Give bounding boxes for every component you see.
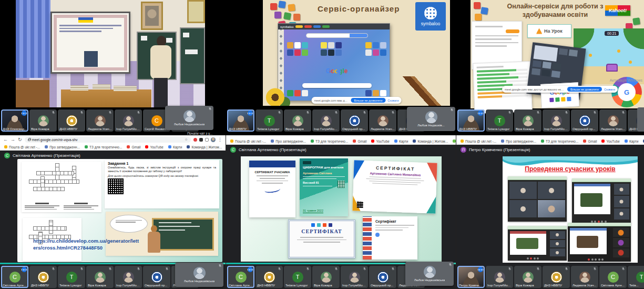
bookmark-star-icon[interactable]: ☆ xyxy=(185,137,188,142)
bookmark-item[interactable]: Про затвердженн... xyxy=(271,139,306,143)
webmix-search-bar[interactable] xyxy=(306,33,368,38)
participant-tile[interactable]: Людмила Усач... xyxy=(86,109,114,132)
participant-tile[interactable]: Віра Кожара xyxy=(29,109,57,132)
presenter-header[interactable]: П Петро Кравченко (Презентація) xyxy=(461,147,530,153)
wall-picture xyxy=(187,0,205,23)
bookmark-item[interactable]: Команда | Житом... xyxy=(413,139,448,143)
participant-tile[interactable]: Людмила Усач... xyxy=(599,109,627,132)
participant-name: Ігор Голумбйов... xyxy=(544,127,568,131)
bookmark-item[interactable]: Gmail xyxy=(353,139,366,143)
mic-off-icon xyxy=(508,111,512,114)
participant-tile[interactable]: Людмила Усач... xyxy=(369,109,396,132)
participant-tile[interactable]: Петро Кравченко xyxy=(457,266,485,288)
participant-tile[interactable]: ДНЗ НВВПУ xyxy=(543,266,570,288)
bookmark-item[interactable]: Карти xyxy=(394,139,408,143)
bookmark-item[interactable]: ТЗ для теоретично... xyxy=(85,145,122,149)
forward-button[interactable]: → xyxy=(11,137,15,142)
avatar xyxy=(292,115,303,126)
menu-kebab-icon[interactable]: ⋮ xyxy=(218,137,222,142)
address-bar[interactable]: meet.google.com/nir-vqva-shv ☆ xyxy=(25,137,191,143)
slide-title: Сервіс-органайзер xyxy=(318,4,400,13)
hide-banner-link[interactable]: Сховати xyxy=(387,99,398,102)
participant-tile[interactable]: Людмила Усач... xyxy=(571,266,598,288)
bookmark-item[interactable]: Карти xyxy=(625,139,638,143)
extension-red-icon[interactable] xyxy=(193,138,197,142)
participant-tile[interactable]: Овруцький пр... xyxy=(341,109,368,132)
participant-tile[interactable]: С Світлана Арте... xyxy=(227,266,254,288)
participant-tile[interactable]: Ігор Голумбйов... xyxy=(543,109,570,132)
participant-tile[interactable]: Віра Кожара xyxy=(514,266,541,288)
bookmark-item[interactable]: Пошта @ ukr.net -... xyxy=(230,139,266,143)
participant-overlay-tile[interactable]: Любов Недашківська xyxy=(165,106,213,130)
participant-overlay-tile[interactable]: Любов Недашківська xyxy=(175,263,223,287)
participant-tile[interactable]: ДНЗ НВВПУ xyxy=(58,109,85,132)
participant-tile[interactable]: С Світлана Арте... xyxy=(599,266,627,288)
portrait-face xyxy=(145,6,159,26)
bookmark-item[interactable]: Карти xyxy=(168,145,182,149)
participant-tile[interactable]: T Tetiana Lysogor xyxy=(284,266,311,288)
extension-dark-icon[interactable] xyxy=(199,138,203,142)
presenter-header[interactable]: С Світлана Артеменко (Презентація) xyxy=(4,153,80,158)
bookmark-item[interactable]: ТЗ для теоретично... xyxy=(541,139,578,143)
bookmark-item[interactable]: Про затвердженн... xyxy=(45,145,80,149)
back-button[interactable]: ← xyxy=(3,137,8,142)
window-icon[interactable] xyxy=(205,138,209,142)
participant-tile[interactable]: Ігор Голумбйов... xyxy=(115,109,142,132)
participant-tile[interactable]: ДНЗ НВВПУ xyxy=(255,266,283,288)
chat-hint-text: Почати чат з у... xyxy=(187,132,212,135)
bookmark-item[interactable]: Gmail xyxy=(583,139,597,143)
participant-overlay-tile[interactable]: Любов Недашківська xyxy=(405,262,454,286)
bookmark-item[interactable]: YouTube xyxy=(601,139,620,143)
mic-off-icon xyxy=(363,267,366,271)
bookmarks-bar: Пошта @ ukr.net -... Про затвердженн... … xyxy=(0,144,226,151)
participant-tile[interactable]: T Tetiana Lysogor xyxy=(255,109,283,132)
bookmark-item[interactable]: ТЗ для теоретично... xyxy=(311,139,348,143)
mic-off-icon xyxy=(536,267,540,271)
google-logo-text: Google xyxy=(326,67,347,75)
participant-tile[interactable]: Віра Кожара xyxy=(514,109,541,132)
side-desk xyxy=(16,80,49,107)
participant-tile[interactable]: Віра Кожара xyxy=(86,266,114,288)
reload-button[interactable]: ↻ xyxy=(18,137,22,142)
stop-sharing-button[interactable]: Більше не дозволяти xyxy=(567,87,602,92)
participant-tile[interactable]: T Tetiana Lysogor xyxy=(58,266,85,288)
participant-tile[interactable]: T Tetiana Lysogor xyxy=(486,109,513,132)
speaking-indicator xyxy=(22,267,27,272)
participant-tile[interactable]: С Світлана Арте... xyxy=(1,266,28,288)
bookmark-item[interactable]: Про затвердженн... xyxy=(501,139,536,143)
avatar xyxy=(264,272,275,283)
bookmark-item[interactable]: YouTube xyxy=(371,139,390,143)
hide-banner-link[interactable]: Сховати xyxy=(604,88,615,91)
participant-tile[interactable]: Овруцький пр... xyxy=(143,266,170,288)
bookmark-item[interactable]: Пошта @ ukr.net -... xyxy=(4,145,40,149)
teacher-body xyxy=(150,45,171,79)
participant-tile[interactable]: Овруцький пр... xyxy=(369,266,396,288)
participant-tile[interactable]: Віра Кожара xyxy=(312,266,340,288)
participant-name: Любов Недашків... xyxy=(417,124,444,127)
stop-sharing-button[interactable]: Більше не дозволяти xyxy=(351,98,386,103)
participant-tile[interactable]: Ігор Голумбйов... xyxy=(312,109,340,132)
bookmark-item[interactable]: Zoom password не... xyxy=(453,139,456,143)
participant-tile[interactable]: Овруцький пр... xyxy=(571,109,598,132)
participant-tile[interactable]: ДНЗ Олександ... xyxy=(1,109,28,132)
google-search-bar[interactable] xyxy=(302,83,372,88)
presentation-slide: Проведення сучасних уроків xyxy=(503,156,638,263)
participant-tile[interactable]: ДНЗ НВВПУ xyxy=(29,266,57,288)
participant-tile[interactable]: Ігор Голумбйов... xyxy=(115,266,142,288)
bookmark-item[interactable]: Пошта @ ukr.net -... xyxy=(461,139,496,143)
bookmark-item[interactable]: Команда | Житом... xyxy=(187,145,222,149)
profile-avatar[interactable] xyxy=(211,137,216,142)
bookmark-item[interactable]: Gmail xyxy=(127,145,140,149)
participant-tile[interactable]: Ігор Голумбйов... xyxy=(486,266,513,288)
presenter-header[interactable]: С Світлана Артеменко (Презентація) xyxy=(230,147,306,153)
generator-link[interactable]: https://ru.childdevelop.com.ua/generator… xyxy=(33,238,186,252)
bookmark-item[interactable]: YouTube xyxy=(145,145,163,149)
crossword-clues xyxy=(25,203,98,211)
participant-overlay-tile[interactable]: Любов Недашків... xyxy=(407,107,455,131)
participant-tile[interactable]: Ігор Голумбйов... xyxy=(341,266,368,288)
participant-tile[interactable]: T Tetia... xyxy=(628,266,644,288)
participant-tile[interactable]: Віра Кожара xyxy=(284,109,311,132)
participant-tile[interactable]: ДНЗ НВВПУ xyxy=(457,109,485,132)
participant-strip: С Світлана Арте... ДНЗ НВВПУ T Te xyxy=(1,266,199,288)
participant-tile[interactable]: ДНЗ НВВПУ xyxy=(227,109,254,132)
